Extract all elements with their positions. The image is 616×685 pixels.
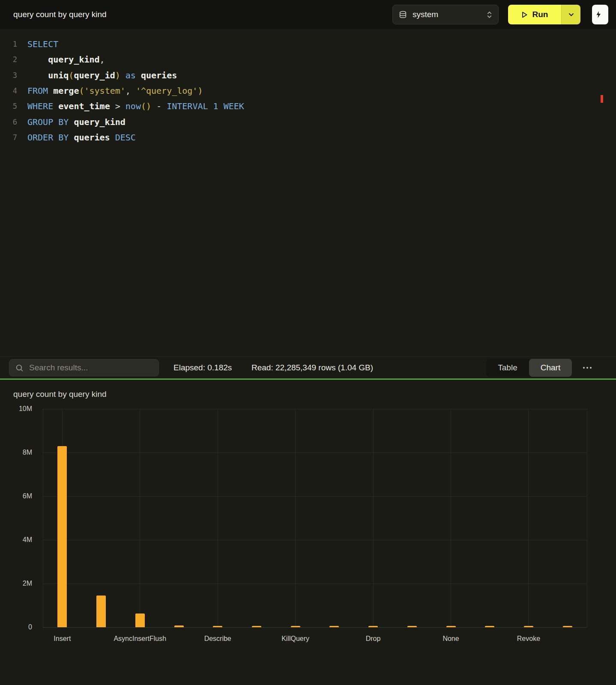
x-tick-label: Revoke xyxy=(517,635,540,643)
line-number: 4 xyxy=(0,86,17,95)
y-tick-label: 2M xyxy=(23,580,32,587)
y-tick-label: 6M xyxy=(23,492,32,500)
chart-title: query count by query kind xyxy=(13,390,107,399)
chart-bar xyxy=(57,446,67,627)
chart-bar xyxy=(135,614,145,627)
gridline-v xyxy=(587,409,587,627)
results-toolbar: Elapsed: 0.182s Read: 22,285,349 rows (1… xyxy=(0,356,616,378)
gridline-v xyxy=(218,409,218,627)
sql-editor[interactable]: 1SELECT2 query_kind,3 uniq(query_id) as … xyxy=(0,29,616,356)
code-line: 3 uniq(query_id) as queries xyxy=(0,68,616,83)
chart-x-axis: InsertAsyncInsertFlushDescribeKillQueryD… xyxy=(43,635,587,648)
chart-view-button[interactable]: Chart xyxy=(529,359,572,377)
chart-y-axis: 02M4M6M8M10M xyxy=(6,409,32,627)
chart-panel: query count by query kind 02M4M6M8M10M I… xyxy=(0,380,616,685)
gridline-v xyxy=(140,409,140,627)
chevron-updown-icon xyxy=(487,11,492,19)
search-icon xyxy=(15,364,24,372)
chart-bar xyxy=(291,626,300,627)
x-tick-label: AsyncInsertFlush xyxy=(114,635,166,643)
x-tick-label: Drop xyxy=(366,635,381,643)
chart-bar xyxy=(446,626,456,627)
gridline-v xyxy=(528,409,529,627)
run-options-button[interactable] xyxy=(561,5,580,24)
gridline-v xyxy=(43,409,43,627)
play-icon xyxy=(521,11,528,18)
database-icon xyxy=(399,11,407,19)
chart-bar xyxy=(563,626,572,627)
database-selector-value: system xyxy=(413,10,481,19)
code-text: query_kind, xyxy=(17,54,105,65)
chevron-down-icon xyxy=(568,13,574,17)
code-lines: 1SELECT2 query_kind,3 uniq(query_id) as … xyxy=(0,36,616,145)
gridline-h xyxy=(43,453,587,453)
code-line: 5WHERE event_time > now() - INTERVAL 1 W… xyxy=(0,98,616,114)
code-text: uniq(query_id) as queries xyxy=(17,70,177,80)
code-line: 2 query_kind, xyxy=(0,52,616,67)
gridline-v xyxy=(451,409,451,627)
run-button-label: Run xyxy=(532,10,548,19)
chart-bar xyxy=(407,626,417,627)
query-tab-title: query count by query kind xyxy=(13,0,107,29)
run-button[interactable]: Run xyxy=(508,5,561,24)
line-number: 7 xyxy=(0,133,17,142)
chart-bar xyxy=(252,626,261,627)
gridline-h xyxy=(43,627,587,628)
chart-bar xyxy=(485,626,494,627)
line-number: 5 xyxy=(0,102,17,110)
code-text: FROM merge('system', '^query_log') xyxy=(17,86,203,96)
line-number: 6 xyxy=(0,118,17,126)
code-line: 1SELECT xyxy=(0,36,616,52)
gridline-h xyxy=(43,496,587,497)
topbar: query count by query kind system xyxy=(0,0,616,29)
gridline-v xyxy=(295,409,296,627)
y-tick-label: 0 xyxy=(28,623,32,631)
gridline-h xyxy=(43,409,587,409)
more-options-button[interactable] xyxy=(581,359,594,376)
view-toggle: Table Chart xyxy=(486,359,572,377)
y-tick-label: 10M xyxy=(19,405,32,413)
run-split-button: Run xyxy=(508,5,580,24)
read-rows-stat: Read: 22,285,349 rows (1.04 GB) xyxy=(251,357,373,379)
search-results-box[interactable] xyxy=(9,359,159,376)
code-line: 7ORDER BY queries DESC xyxy=(0,130,616,145)
sql-console: query count by query kind system xyxy=(0,0,616,685)
chart-bar xyxy=(524,626,533,627)
lightning-icon xyxy=(595,11,601,18)
gridline-h xyxy=(43,584,587,584)
chart-bar xyxy=(96,596,106,627)
code-text: GROUP BY query_kind xyxy=(17,117,126,127)
line-number: 2 xyxy=(0,55,17,64)
chart-plot xyxy=(43,409,587,627)
gridline-h xyxy=(43,540,587,540)
code-text: SELECT xyxy=(17,39,58,49)
chart-bar xyxy=(174,625,184,627)
database-selector[interactable]: system xyxy=(392,5,499,24)
chart-bar xyxy=(213,626,222,627)
table-view-button[interactable]: Table xyxy=(486,359,529,377)
x-tick-label: KillQuery xyxy=(281,635,309,643)
search-results-input[interactable] xyxy=(28,363,153,373)
code-text: ORDER BY queries DESC xyxy=(17,132,136,143)
code-text: WHERE event_time > now() - INTERVAL 1 WE… xyxy=(17,101,244,111)
line-number: 3 xyxy=(0,71,17,80)
code-line: 4FROM merge('system', '^query_log') xyxy=(0,83,616,98)
line-number: 1 xyxy=(0,40,17,48)
x-tick-label: Insert xyxy=(54,635,71,643)
y-tick-label: 4M xyxy=(23,536,32,544)
x-tick-label: Describe xyxy=(204,635,231,643)
chart-bar xyxy=(329,626,339,627)
code-line: 6GROUP BY query_kind xyxy=(0,114,616,129)
x-tick-label: None xyxy=(443,635,459,643)
chart-bar xyxy=(368,626,378,627)
y-tick-label: 8M xyxy=(23,449,32,456)
elapsed-stat: Elapsed: 0.182s xyxy=(173,357,232,379)
scrollbar-marker-red xyxy=(601,95,603,103)
pin-button-partial[interactable] xyxy=(592,5,608,24)
gridline-v xyxy=(373,409,374,627)
